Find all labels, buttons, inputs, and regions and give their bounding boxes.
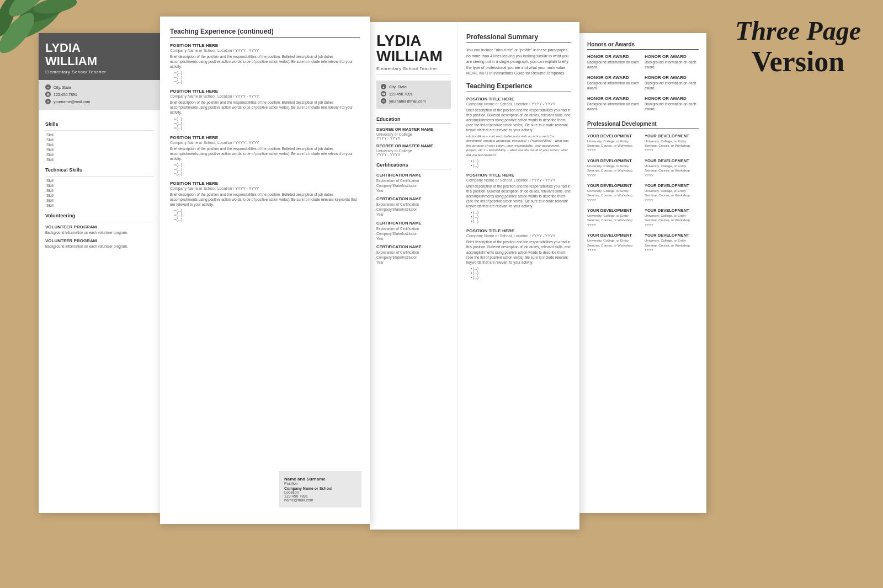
cert-1: CERTIFICATION NAME Explanation of Certif… — [376, 173, 451, 193]
technical-skills-title: Technical Skills — [45, 167, 153, 173]
summary-text: You can include "about me" or "profile" … — [466, 47, 571, 77]
dev-5: YOUR DEVELOPMENT University, College, or… — [587, 183, 641, 202]
page1-header: LYDIAWILLIAM Elementary School Teacher — [39, 33, 160, 80]
dev-3: YOUR DEVELOPMENT University, College, or… — [587, 158, 641, 178]
dev-1: YOUR DEVELOPMENT University, College, or… — [587, 133, 641, 153]
page1-body: Skills Skill Skill Skill Skill Skill Ski… — [39, 110, 160, 256]
reference-box: Name and Surname Position Company Name o… — [279, 471, 361, 507]
dev-9: YOUR DEVELOPMENT University, College, or… — [587, 233, 641, 252]
position-1: POSITION TITLE HERE Company Name or Scho… — [170, 43, 360, 83]
three-page-line1: Three Page — [735, 17, 861, 46]
dev-8: YOUR DEVELOPMENT University, College, or… — [645, 208, 699, 227]
right-position-1: POSITION TITLE HERE Company Name or Scho… — [466, 97, 571, 167]
page1-title: Elementary School Teacher — [45, 70, 153, 74]
position-4: POSITION TITLE HERE Company Name or Scho… — [170, 181, 360, 221]
cert-4: CERTIFICATION NAME Explanation of Certif… — [376, 244, 451, 265]
dev-6: YOUR DEVELOPMENT University, College, or… — [645, 183, 699, 202]
resume-page-2: Teaching Experience (continued) POSITION… — [160, 17, 370, 524]
dev-grid: YOUR DEVELOPMENT University, College, or… — [587, 133, 699, 255]
degree-1: DEGREE OR MASTER NAME University or Coll… — [376, 127, 451, 140]
honor-2: HONOR OR AWARD Background information on… — [645, 54, 699, 72]
summary-title: Professional Summary — [466, 33, 571, 43]
degree-2: DEGREE OR MASTER NAME University or Coll… — [376, 143, 451, 157]
education-title: Education — [376, 116, 451, 124]
position-2: POSITION TITLE HERE Company Name or Scho… — [170, 89, 360, 129]
contact-city: ▲ City, State — [45, 84, 153, 90]
right-position-3: POSITION TITLE HERE Company Name or Scho… — [466, 228, 571, 279]
dev-2: YOUR DEVELOPMENT University, College, or… — [645, 133, 699, 153]
page1-contact: ▲ City, State ☎ 123.456.7891 ✉ yourname@… — [39, 80, 160, 110]
main-contact-email: ✉ yourname@mail.com — [381, 98, 446, 104]
prof-dev-title: Professional Development — [587, 121, 699, 129]
right-position-2: POSITION TITLE HERE Company Name or Scho… — [466, 173, 571, 223]
main-contact-city: ▲ City, State — [381, 84, 446, 89]
contact-email: ✉ yourname@mail.com — [45, 99, 153, 104]
resume-page-3: LYDIAWILLIAM Elementary School Teacher ▲… — [370, 22, 579, 530]
cert-3: CERTIFICATION NAME Explanation of Certif… — [376, 221, 451, 241]
honor-1: HONOR OR AWARD Background information on… — [587, 54, 641, 72]
phone-icon: ☎ — [45, 92, 51, 97]
honors-grid: HONOR OR AWARD Background information on… — [587, 54, 699, 114]
honor-4: HONOR OR AWARD Background information on… — [645, 75, 699, 93]
honor-6: HONOR OR AWARD Background information on… — [645, 96, 699, 114]
location-icon-main: ▲ — [381, 84, 386, 89]
certifications-title: Certifications — [376, 162, 451, 169]
main-name: LYDIAWILLIAM — [376, 33, 451, 64]
main-contact-phone: ☎ 123.456.7891 — [381, 91, 446, 97]
location-icon: ▲ — [45, 84, 51, 90]
honor-5: HONOR OR AWARD Background information on… — [587, 96, 641, 114]
resume-page-4: Honors or Awards HONOR OR AWARD Backgrou… — [579, 33, 706, 513]
three-page-version-label: Three Page Version — [735, 17, 861, 77]
email-icon: ✉ — [45, 99, 51, 104]
dev-7: YOUR DEVELOPMENT University, College, or… — [587, 208, 641, 227]
phone-icon-main: ☎ — [381, 91, 386, 97]
page4-body: Honors or Awards HONOR OR AWARD Backgrou… — [579, 33, 706, 263]
main-title: Elementary School Teacher — [376, 66, 451, 75]
email-icon-main: ✉ — [381, 98, 386, 104]
svg-point-3 — [32, 0, 78, 17]
skills-title: Skills — [45, 121, 153, 127]
cert-2: CERTIFICATION NAME Explanation of Certif… — [376, 196, 451, 217]
resume-page-1: LYDIAWILLIAM Elementary School Teacher ▲… — [39, 33, 160, 513]
contact-phone: ☎ 123.456.7891 — [45, 92, 153, 97]
skills-list: Skill Skill Skill Skill Skill Skill — [45, 133, 153, 162]
volunteer-list: VOLUNTEER PROGRAM Background information… — [45, 224, 153, 249]
page2-body: Teaching Experience (continued) POSITION… — [160, 17, 370, 238]
experience-title: Teaching Experience — [466, 82, 571, 92]
pages-container: LYDIAWILLIAM Elementary School Teacher ▲… — [17, 17, 728, 571]
honors-title: Honors or Awards — [587, 41, 699, 50]
main-contact-box: ▲ City, State ☎ 123.456.7891 ✉ yourname@… — [376, 81, 451, 109]
dev-10: YOUR DEVELOPMENT University, College, or… — [645, 233, 699, 252]
dev-4: YOUR DEVELOPMENT University, College, or… — [645, 158, 699, 178]
page2-section-title: Teaching Experience (continued) — [170, 28, 360, 38]
honor-3: HONOR OR AWARD Background information on… — [587, 75, 641, 93]
technical-skills-list: Skill Skill Skill Skill Skill Skill — [45, 179, 153, 207]
position-3: POSITION TITLE HERE Company Name or Scho… — [170, 135, 360, 175]
three-page-line2: Version — [735, 46, 861, 77]
page1-name: LYDIAWILLIAM — [45, 41, 153, 68]
volunteering-title: Volunteering — [45, 213, 153, 218]
page3-sidebar: LYDIAWILLIAM Elementary School Teacher ▲… — [370, 22, 458, 530]
page3-main-content: Professional Summary You can include "ab… — [458, 22, 579, 296]
